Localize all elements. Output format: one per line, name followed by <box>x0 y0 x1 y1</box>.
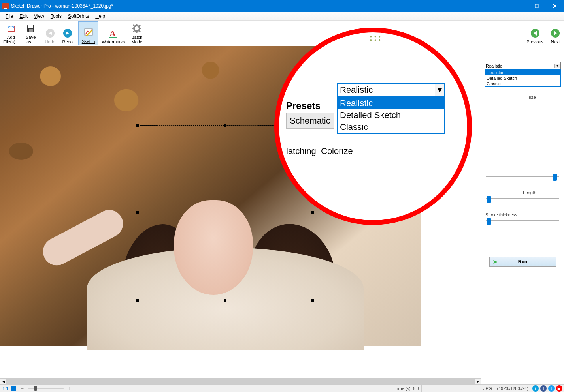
anno-style-value: Realistic <box>338 84 435 96</box>
menu-edit[interactable]: Edit <box>16 13 31 20</box>
sketch-button[interactable]: Sketch <box>78 21 99 45</box>
panel-grip-icon: ● ● ●● ● ● <box>370 35 381 42</box>
horizontal-scrollbar[interactable]: ◀ ▶ <box>0 378 481 384</box>
slider-generic[interactable] <box>486 176 559 177</box>
anno-option-detailed[interactable]: Detailed Sketch <box>338 109 444 121</box>
close-button[interactable] <box>546 0 564 12</box>
save-as-button[interactable]: Save as... <box>22 21 40 45</box>
play-icon: ➤ <box>493 259 498 265</box>
resize-handle-ml[interactable] <box>136 211 139 214</box>
menu-help[interactable]: Help <box>92 13 108 20</box>
menu-tools[interactable]: Tools <box>47 13 65 20</box>
redo-icon <box>62 28 73 39</box>
next-button[interactable]: Next <box>547 21 564 45</box>
arrow-left-icon <box>530 28 541 39</box>
batch-mode-button[interactable]: Batch Mode <box>128 21 145 45</box>
add-files-icon <box>6 23 17 34</box>
redo-label: Redo <box>62 39 73 44</box>
watermarks-icon: A <box>108 28 119 39</box>
watermarks-label: Watermarks <box>102 39 125 44</box>
svg-rect-6 <box>28 25 33 28</box>
anno-presets-label: Presets <box>286 100 321 111</box>
resize-handle-bl[interactable] <box>136 299 139 302</box>
svg-line-22 <box>133 30 135 32</box>
gear-icon <box>131 23 142 34</box>
undo-icon <box>45 28 56 39</box>
zoom-out-button[interactable]: − <box>19 386 25 391</box>
style-dropdown-list[interactable]: Realistic Detailed Sketch Classic <box>485 69 561 87</box>
zoom-slider[interactable] <box>28 388 64 389</box>
svg-text:A: A <box>109 28 116 38</box>
svg-line-19 <box>133 25 135 26</box>
status-time: Time (s): 6.3 <box>392 385 421 392</box>
previous-label: Previous <box>526 39 543 44</box>
anno-colorize-tab[interactable]: Colorize <box>321 146 353 156</box>
zoom-ratio[interactable]: 1:1 <box>0 386 11 391</box>
redo-button[interactable]: Redo <box>59 21 76 45</box>
menu-bar: File Edit View Tools SoftOrbits Help <box>0 12 564 21</box>
save-as-label: Save as... <box>26 35 36 44</box>
next-label: Next <box>551 39 560 44</box>
status-blank <box>421 385 481 392</box>
watermarks-button[interactable]: A Watermarks <box>98 21 128 45</box>
anno-style-select[interactable]: Realistic ▾ <box>337 83 445 97</box>
anno-dropdown-button[interactable]: ▾ <box>435 84 444 96</box>
length-slider[interactable] <box>486 198 559 199</box>
anno-option-classic[interactable]: Classic <box>338 121 444 133</box>
run-label: Run <box>518 259 527 264</box>
resize-handle-tl[interactable] <box>136 124 139 127</box>
fit-to-screen-icon[interactable] <box>11 386 16 391</box>
window-title: Sketch Drawer Pro - woman-2003647_1920.j… <box>11 3 509 9</box>
style-option-realistic[interactable]: Realistic <box>485 70 560 75</box>
sketch-icon <box>83 27 94 38</box>
style-select-value: Realistic <box>486 64 502 68</box>
svg-rect-7 <box>29 29 33 32</box>
menu-softorbits[interactable]: SoftOrbits <box>65 13 92 20</box>
anno-style-list[interactable]: Realistic Detailed Sketch Classic <box>337 97 445 134</box>
add-files-button[interactable]: Add File(s)... <box>0 21 22 45</box>
status-format: JPG <box>481 385 494 392</box>
previous-button[interactable]: Previous <box>523 21 547 45</box>
sketch-label: Sketch <box>82 39 95 44</box>
menu-view[interactable]: View <box>31 13 47 20</box>
status-dimensions: (1920x1280x24) <box>494 385 531 392</box>
annotation-magnifier: ● ● ●● ● ● Realistic ▾ Realistic Detaile… <box>274 28 472 225</box>
zoom-in-button[interactable]: + <box>67 386 72 391</box>
arrow-right-icon <box>550 28 561 39</box>
title-bar: Sketch Drawer Pro - woman-2003647_1920.j… <box>0 0 564 12</box>
undo-button[interactable]: Undo <box>41 21 59 45</box>
status-bar: 1:1 − + Time (s): 6.3 JPG (1920x1280x24)… <box>0 384 564 392</box>
resize-handle-tm[interactable] <box>224 124 226 127</box>
minimize-button[interactable] <box>509 0 528 12</box>
dropdown-arrow-icon: ▼ <box>554 64 560 68</box>
thickness-label: Stroke thickness <box>485 212 560 217</box>
app-icon <box>2 3 9 9</box>
scroll-left-button[interactable]: ◀ <box>0 378 7 384</box>
social-links: i f t ▶ <box>531 385 564 392</box>
menu-file[interactable]: File <box>2 13 16 20</box>
info-icon[interactable]: i <box>532 385 539 392</box>
length-label: Length <box>485 190 560 195</box>
thickness-slider[interactable] <box>486 220 559 221</box>
resize-handle-br[interactable] <box>311 299 314 302</box>
run-button[interactable]: ➤ Run <box>489 257 556 267</box>
anno-option-realistic[interactable]: Realistic <box>338 98 444 109</box>
anno-hatching-tab[interactable]: latching <box>286 146 316 156</box>
style-option-detailed[interactable]: Detailed Sketch <box>485 75 560 81</box>
resize-handle-bm[interactable] <box>224 299 226 302</box>
svg-line-21 <box>139 25 140 26</box>
add-files-label: Add File(s)... <box>3 35 19 44</box>
anno-schematic-button[interactable]: Schematic <box>286 113 334 129</box>
style-option-classic[interactable]: Classic <box>485 81 560 86</box>
scroll-right-button[interactable]: ▶ <box>474 378 481 384</box>
youtube-icon[interactable]: ▶ <box>556 385 562 392</box>
side-panel: Realistic ▼ Realistic Detailed Sketch Cl… <box>481 46 564 384</box>
colorize-label-partial: rize <box>529 95 536 99</box>
resize-handle-mr[interactable] <box>311 211 314 214</box>
svg-rect-1 <box>535 4 538 8</box>
maximize-button[interactable] <box>528 0 546 12</box>
style-select[interactable]: Realistic ▼ <box>485 62 561 69</box>
toolbar: Add File(s)... Save as... Undo Redo Sket… <box>0 21 564 46</box>
twitter-icon[interactable]: t <box>548 385 555 392</box>
facebook-icon[interactable]: f <box>540 385 547 392</box>
